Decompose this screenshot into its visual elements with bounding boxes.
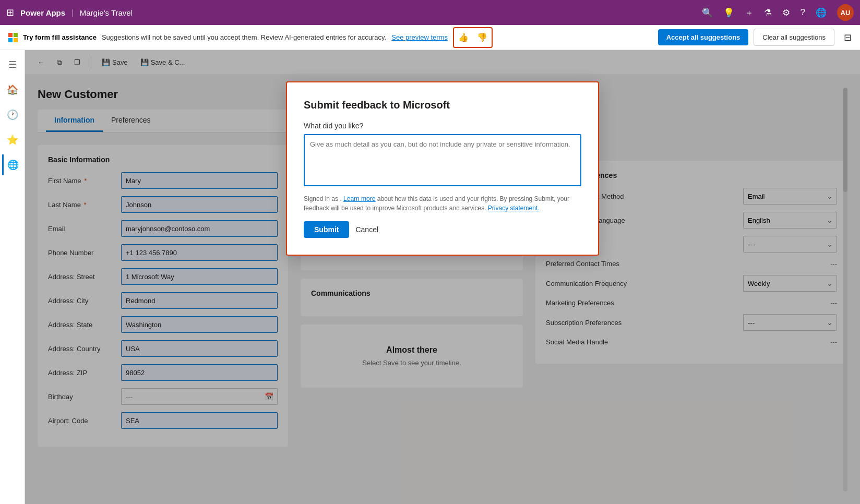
notification-icon[interactable]: 💡 (723, 7, 734, 18)
modal-feedback-textarea[interactable] (304, 134, 581, 186)
form-name: Margie's Travel (80, 8, 133, 17)
sidebar-toggle-icon[interactable]: ⊟ (844, 32, 852, 43)
submit-button[interactable]: Submit (304, 221, 349, 238)
sidebar-home-icon[interactable]: 🏠 (2, 79, 23, 100)
thumbs-down-button[interactable]: 👎 (474, 29, 491, 46)
main-layout: ☰ 🏠 🕐 ⭐ 🌐 ← ⧉ ❐ 💾 Save 💾 Save & C... (0, 50, 860, 504)
preview-terms-link[interactable]: See preview terms (391, 33, 448, 41)
try-text: Try form fill assistance (23, 33, 97, 41)
grid-icon[interactable]: ⊞ (6, 7, 14, 18)
filter-icon[interactable]: ⚗ (764, 7, 772, 18)
left-sidebar: ☰ 🏠 🕐 ⭐ 🌐 (0, 50, 25, 504)
copilot-icon[interactable]: 🌐 (816, 7, 827, 18)
modal-question: What did you like? (304, 122, 581, 130)
top-nav: ⊞ Power Apps | Margie's Travel 🔍 💡 ＋ ⚗ ⚙… (0, 0, 860, 25)
feedback-modal: Submit feedback to Microsoft What did yo… (286, 81, 599, 256)
avatar[interactable]: AU (837, 4, 854, 21)
desc-text: Suggestions will not be saved until you … (102, 33, 386, 41)
help-icon[interactable]: ? (801, 7, 805, 18)
signed-in-text: Signed in as (304, 195, 338, 202)
sidebar-globe-icon[interactable]: 🌐 (2, 154, 23, 175)
modal-overlay: Submit feedback to Microsoft What did yo… (25, 50, 860, 504)
modal-actions: Submit Cancel (304, 221, 581, 238)
content-area: ← ⧉ ❐ 💾 Save 💾 Save & C... New Customer … (25, 50, 860, 504)
ms-logo (8, 33, 18, 42)
learn-more-link[interactable]: Learn more (343, 195, 375, 202)
cancel-button[interactable]: Cancel (355, 225, 378, 234)
modal-footer-text: Signed in as . Learn more about how this… (304, 194, 581, 213)
accept-all-button[interactable]: Accept all suggestions (658, 29, 749, 45)
app-name: Power Apps (20, 8, 65, 17)
sidebar-recent-icon[interactable]: 🕐 (2, 104, 23, 125)
sidebar-starred-icon[interactable]: ⭐ (2, 129, 23, 150)
thumbs-up-button[interactable]: 👍 (455, 29, 472, 46)
privacy-link[interactable]: Privacy statement. (488, 205, 540, 212)
settings-icon[interactable]: ⚙ (782, 7, 790, 18)
clear-all-button[interactable]: Clear all suggestions (754, 29, 834, 46)
search-icon[interactable]: 🔍 (702, 7, 713, 18)
modal-title: Submit feedback to Microsoft (304, 99, 581, 111)
sidebar-menu-icon[interactable]: ☰ (2, 54, 23, 75)
nav-separator: | (71, 8, 74, 17)
suggestions-bar: Try form fill assistance Suggestions wil… (0, 25, 860, 50)
add-icon[interactable]: ＋ (745, 7, 754, 19)
